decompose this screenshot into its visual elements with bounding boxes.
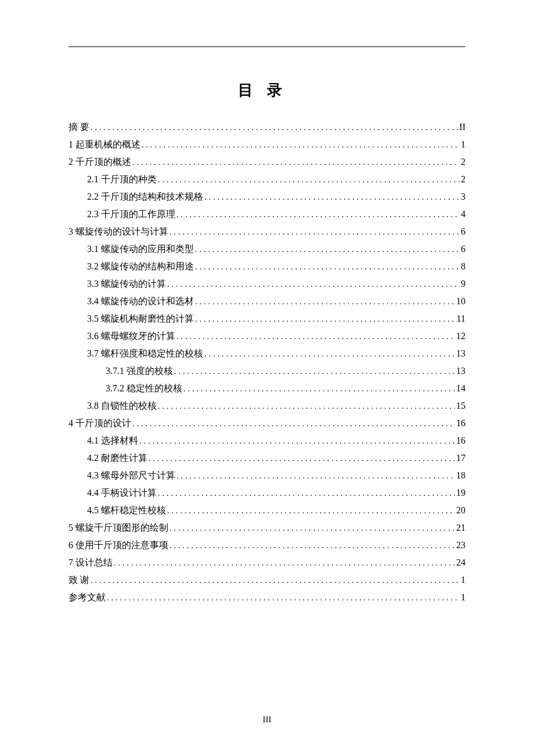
toc-entry: 致 谢1: [68, 575, 466, 585]
toc-entry-page: 6: [461, 244, 466, 254]
toc-entry: 3.1 螺旋传动的应用和类型6: [68, 244, 466, 254]
toc-leader-dots: [142, 141, 460, 149]
toc-entry-page: 17: [456, 453, 466, 463]
toc-entry-label: 2.3 千斤顶的工作原理: [87, 210, 175, 219]
toc-leader-dots: [107, 594, 460, 602]
toc-entry-page: 8: [461, 262, 466, 271]
toc-leader-dots: [158, 176, 460, 184]
toc-entry-label: 3.4 螺旋传动的设计和选材: [87, 297, 194, 306]
toc-entry-label: 3.3 螺旋传动的计算: [87, 279, 166, 289]
toc-entry-page: 16: [456, 436, 466, 445]
toc-entry: 摘 要II: [68, 123, 466, 132]
toc-entry-page: 4: [461, 210, 466, 219]
toc-leader-dots: [139, 437, 455, 445]
toc-entry-label: 6 使用千斤顶的注意事项: [68, 541, 168, 550]
toc-entry-page: 15: [456, 401, 466, 411]
toc-entry-label: 4.2 耐磨性计算: [87, 453, 147, 463]
toc-leader-dots: [169, 542, 455, 550]
toc-entry-label: 4.3 螺母外部尺寸计算: [87, 471, 175, 480]
toc-entry-label: 4.1 选择材料: [87, 436, 138, 445]
toc-entry: 4.4 手柄设计计算19: [68, 488, 466, 498]
document-page: 目录 摘 要II1 起重机械的概述12 千斤顶的概述22.1 千斤顶的种类22.…: [0, 0, 534, 756]
toc-entry-label: 参考文献: [68, 593, 106, 602]
toc-entry-label: 3.8 自锁性的校核: [87, 401, 157, 411]
toc-entry: 3.6 螺母螺纹牙的计算12: [68, 332, 466, 341]
toc-leader-dots: [176, 211, 460, 219]
toc-entry-label: 致 谢: [68, 575, 89, 585]
toc-entry: 4.1 选择材料16: [68, 436, 466, 445]
toc-entry-label: 4 千斤顶的设计: [68, 419, 131, 428]
toc-entry-page: 21: [456, 523, 466, 532]
top-rule: [68, 46, 466, 48]
toc-leader-dots: [158, 402, 455, 411]
toc-entry-page: 1: [461, 593, 466, 602]
toc-entry-label: 摘 要: [68, 123, 89, 132]
toc-entry: 3 螺旋传动的设计与计算6: [68, 227, 466, 236]
toc-entry-label: 3.5 螺旋机构耐磨性的计算: [87, 314, 194, 323]
toc-entry: 2.3 千斤顶的工作原理4: [68, 210, 466, 219]
toc-entry: 3.7 螺杆强度和稳定性的校核13: [68, 349, 466, 358]
toc-entry-label: 4.5 螺杆稳定性校核: [87, 506, 166, 515]
toc-entry: 2.1 千斤顶的种类2: [68, 175, 466, 184]
toc-entry-page: 6: [461, 227, 466, 236]
toc-leader-dots: [195, 246, 460, 254]
toc-leader-dots: [132, 420, 455, 428]
toc-entry: 1 起重机械的概述1: [68, 140, 466, 149]
toc-entry: 3.5 螺旋机构耐磨性的计算11: [68, 314, 466, 323]
toc-entry-label: 2.1 千斤顶的种类: [87, 175, 157, 184]
toc-entry-page: 16: [456, 419, 466, 428]
toc-entry-label: 3.2 螺旋传动的结构和用途: [87, 262, 194, 271]
toc-entry-page: 23: [456, 541, 466, 550]
toc-entry: 7 设计总结24: [68, 558, 466, 567]
toc-leader-dots: [204, 193, 460, 201]
toc-leader-dots: [91, 124, 458, 132]
toc-entry: 3.2 螺旋传动的结构和用途8: [68, 262, 466, 271]
toc-entry: 4 千斤顶的设计16: [68, 419, 466, 428]
toc-entry-page: 19: [456, 488, 466, 498]
toc-leader-dots: [174, 368, 455, 376]
toc-entry-label: 3.7.2 稳定性的校核: [106, 384, 182, 393]
toc-entry-page: 18: [456, 471, 466, 480]
toc-entry: 4.5 螺杆稳定性校核20: [68, 506, 466, 515]
toc-entry-label: 7 设计总结: [68, 558, 113, 567]
toc-list: 摘 要II1 起重机械的概述12 千斤顶的概述22.1 千斤顶的种类22.2 千…: [68, 123, 466, 602]
toc-entry-page: 2: [461, 157, 466, 167]
toc-entry-page: 1: [461, 575, 466, 585]
toc-entry-label: 2 千斤顶的概述: [68, 157, 131, 167]
toc-entry-page: 20: [456, 506, 466, 515]
toc-leader-dots: [169, 524, 455, 532]
toc-leader-dots: [167, 280, 460, 289]
toc-leader-dots: [195, 315, 456, 323]
toc-entry-label: 3.6 螺母螺纹牙的计算: [87, 332, 175, 341]
toc-entry: 2.2 千斤顶的结构和技术规格3: [68, 192, 466, 201]
toc-entry-page: 3: [461, 192, 466, 201]
toc-entry-page: 14: [456, 384, 466, 393]
toc-entry-page: 10: [456, 297, 466, 306]
toc-entry-label: 3.1 螺旋传动的应用和类型: [87, 244, 194, 254]
toc-entry-label: 2.2 千斤顶的结构和技术规格: [87, 192, 203, 201]
toc-leader-dots: [195, 263, 460, 271]
toc-entry-page: 2: [461, 175, 466, 184]
toc-leader-dots: [167, 507, 455, 515]
toc-entry: 3.7.1 强度的校核13: [68, 366, 466, 376]
toc-leader-dots: [176, 472, 455, 480]
toc-leader-dots: [195, 298, 455, 306]
toc-entry-page: 11: [457, 314, 466, 323]
toc-entry: 参考文献1: [68, 593, 466, 602]
toc-entry: 2 千斤顶的概述2: [68, 157, 466, 167]
toc-entry: 3.7.2 稳定性的校核14: [68, 384, 466, 393]
toc-leader-dots: [114, 559, 455, 567]
toc-entry: 3.4 螺旋传动的设计和选材10: [68, 297, 466, 306]
toc-entry-page: 13: [456, 349, 466, 358]
toc-entry-page: 13: [456, 366, 466, 376]
toc-entry-page: II: [459, 123, 466, 132]
toc-leader-dots: [176, 333, 455, 341]
page-number: III: [0, 715, 534, 725]
toc-entry-page: 9: [461, 279, 466, 289]
toc-entry: 5 螺旋千斤顶图形的绘制21: [68, 523, 466, 532]
toc-entry-page: 1: [461, 140, 466, 149]
toc-entry-label: 4.4 手柄设计计算: [87, 488, 157, 498]
toc-leader-dots: [183, 385, 455, 393]
toc-entry-label: 3.7 螺杆强度和稳定性的校核: [87, 349, 203, 358]
toc-entry: 6 使用千斤顶的注意事项23: [68, 541, 466, 550]
